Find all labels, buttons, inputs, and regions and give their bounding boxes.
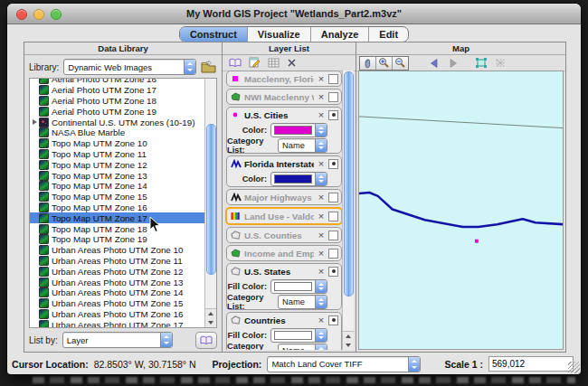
library-item[interactable]: Urban Areas Photo UTM Zone 10 [30,245,216,256]
library-item[interactable]: Aerial Photo UTM Zone 18 [30,96,216,107]
list-by-select[interactable]: Layer [62,332,173,348]
layer-card[interactable]: NWI Macclenny Wetla...× [226,89,342,105]
scrollbar-arrows[interactable] [205,308,216,327]
layer-card[interactable]: Major Highways× [226,189,342,205]
raster-icon [39,213,49,223]
color-select[interactable] [270,279,327,294]
library-item[interactable]: Topo Map UTM Zone 10 [30,138,216,149]
library-item[interactable]: Aerial Photo UTM Zone 17 [30,85,216,96]
zoom-out-tool-button[interactable] [393,57,408,70]
zoom-button[interactable] [51,9,62,20]
close-button[interactable] [16,9,27,20]
raster-icon [39,127,49,137]
remove-layer-button[interactable]: × [317,315,326,325]
layer-visibility-checkbox[interactable] [328,212,338,221]
remove-layer-button[interactable]: × [317,110,326,119]
category-select[interactable]: Name [278,295,327,309]
layer-visibility-checkbox[interactable] [328,74,338,84]
scrollbar-arrows[interactable] [343,331,354,350]
layer-card[interactable]: Macclenny, Florida× [226,71,342,87]
category-select[interactable]: Name [278,344,327,351]
layer-card[interactable]: Countries×Fill Color:Category List:Name [226,312,342,350]
resize-grip-icon[interactable] [568,362,580,373]
library-item[interactable]: Urban Areas Photo UTM Zone 11 [30,256,216,267]
remove-layer-button[interactable]: × [317,231,326,240]
zoom-to-extent-button[interactable] [474,56,488,70]
back-button[interactable] [427,56,441,70]
library-item[interactable]: Urban Areas Photo UTM Zone 14 [30,287,216,298]
library-item[interactable]: Urban Areas Photo UTM Zone 13 [30,277,216,287]
tab-construct[interactable]: Construct [180,27,248,42]
remove-layer-button[interactable]: × [317,249,326,258]
category-select[interactable]: Name [278,138,327,153]
remove-layer-button[interactable]: × [317,267,326,276]
library-item[interactable]: Topo Map UTM Zone 14 [30,181,216,192]
minimize-button[interactable] [33,9,44,20]
layer-visibility-checkbox[interactable] [328,267,338,277]
layer-visibility-checkbox[interactable] [328,110,338,120]
projection-select[interactable]: Match Land Cover TIFF [267,356,421,372]
remove-layer-button[interactable]: × [317,159,326,168]
legend-book-button[interactable] [229,55,242,71]
color-select[interactable] [270,172,327,186]
remove-layer-button[interactable]: × [317,193,326,202]
polyline-icon [231,159,242,169]
library-item[interactable]: Topo Map UTM Zone 17 [30,212,216,223]
library-item[interactable]: Topo Map UTM Zone 18 [30,223,216,234]
layer-card[interactable]: Florida Interstate 10×Color: [226,155,342,187]
library-item[interactable]: Topo Map UTM Zone 11 [30,149,216,160]
layer-card[interactable]: Land Use - Valdosta...× [225,207,343,225]
library-item[interactable]: Topo Map UTM Zone 15 [30,192,216,202]
remove-layer-button[interactable]: × [317,212,326,221]
color-select[interactable] [270,328,327,343]
library-item[interactable]: NASA Blue Marble [30,127,216,138]
library-item[interactable]: Aerial Photo UTM Zone 16 [30,78,216,85]
scale-input[interactable] [488,356,574,372]
layer-cards: Macclenny, Florida×NWI Macclenny Wetla..… [224,71,354,350]
layer-card[interactable]: Income and Employ...× [226,245,342,261]
library-item[interactable]: Continental U.S. UTM zones (10-19) [30,117,216,127]
library-item[interactable]: Topo Map UTM Zone 16 [30,202,216,213]
library-select[interactable]: Dynamic Web Images [63,59,196,75]
layer-card[interactable]: U.S. Cities×Color:Category List:Name [226,107,342,154]
tab-visualize[interactable]: Visualize [248,27,311,42]
forward-button[interactable] [446,56,460,70]
map-canvas[interactable] [358,71,564,350]
library-item[interactable]: Urban Areas Photo UTM Zone 12 [30,266,216,277]
scrollbar-thumb[interactable] [344,71,354,297]
layer-list-scrollbar[interactable] [342,71,354,350]
tab-edit[interactable]: Edit [369,27,408,42]
library-book-button[interactable] [195,332,217,349]
tab-analyze[interactable]: Analyze [311,27,370,42]
edit-layer-button[interactable] [249,55,261,71]
library-scrollbar[interactable] [204,79,216,327]
zoom-in-tool-button[interactable] [376,57,393,70]
raster-icon [39,224,49,234]
layer-visibility-checkbox[interactable] [328,159,338,169]
layer-visibility-checkbox[interactable] [328,315,338,325]
library-item[interactable]: Aerial Photo UTM Zone 19 [30,106,216,117]
scrollbar-thumb[interactable] [206,124,216,275]
stepper-icon [315,280,327,293]
layer-visibility-checkbox[interactable] [328,92,338,102]
layer-card[interactable]: U.S. States×Fill Color:Category List:Nam… [226,263,342,310]
table-view-button[interactable] [268,55,280,71]
library-item[interactable]: Urban Areas Photo UTM Zone 17 [30,319,216,328]
remove-layer-button[interactable]: × [317,74,326,83]
color-select[interactable] [270,123,327,137]
delete-layer-button[interactable] [287,55,297,71]
pan-tool-button[interactable] [360,57,376,70]
layer-card[interactable]: U.S. Counties× [226,227,342,243]
zoom-to-selection-button[interactable] [493,56,507,70]
library-item[interactable]: Topo Map UTM Zone 19 [30,234,216,245]
remove-layer-button[interactable]: × [317,92,326,101]
layer-visibility-checkbox[interactable] [328,231,338,240]
title-bar[interactable]: My World GIS Project "Wetlands_Part2.m3v… [7,4,581,24]
layer-visibility-checkbox[interactable] [328,249,338,259]
open-folder-icon[interactable] [201,61,217,74]
library-item[interactable]: Topo Map UTM Zone 13 [30,170,216,181]
library-item[interactable]: Urban Areas Photo UTM Zone 15 [30,298,216,309]
library-item[interactable]: Topo Map UTM Zone 12 [30,159,216,170]
layer-visibility-checkbox[interactable] [328,193,338,202]
library-item[interactable]: Urban Areas Photo UTM Zone 16 [30,309,216,320]
